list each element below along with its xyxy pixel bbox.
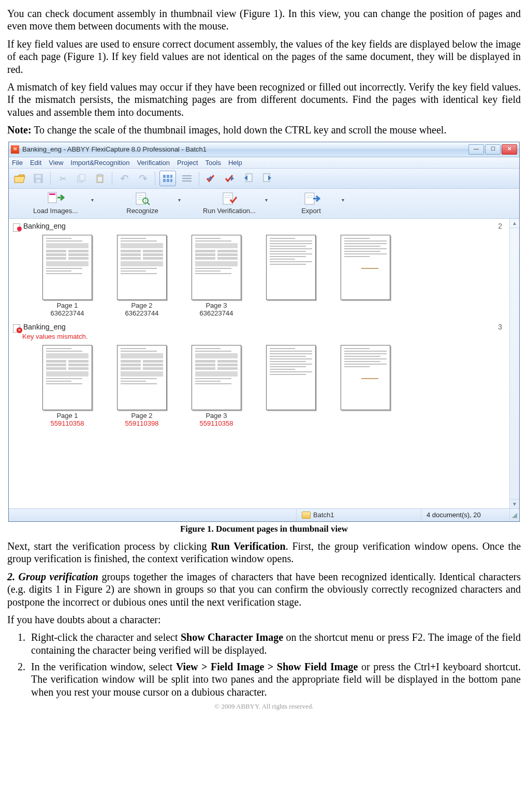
open-icon[interactable] xyxy=(12,171,27,186)
run-verification-button[interactable]: Run Verification... ▾ xyxy=(186,190,273,216)
thumbnail-row: Page 1559110358 Page 2559110398 Page 355… xyxy=(9,342,509,432)
paste-icon[interactable] xyxy=(92,171,108,186)
dropdown-icon[interactable]: ▾ xyxy=(265,197,268,203)
menu-tools[interactable]: Tools xyxy=(206,159,221,167)
page-key-mismatch: 559110398 xyxy=(125,420,158,428)
app-icon: ≋ xyxy=(11,145,19,154)
svg-rect-2 xyxy=(36,179,40,183)
toolbar-big: Load Images... ▾ Recognize ▾ Run Verific… xyxy=(9,189,519,219)
page-label: Page 1 xyxy=(56,302,78,309)
list-item: In the verification window, select View … xyxy=(28,660,521,698)
recognize-button[interactable]: Recognize ▾ xyxy=(99,190,186,216)
minimize-button[interactable]: — xyxy=(468,144,484,155)
thumbnail-row: Page 1636223744 Page 2636223744 Page 363… xyxy=(9,232,509,322)
status-count: 4 document(s), 20 xyxy=(421,509,510,521)
check-next-icon[interactable] xyxy=(222,171,238,186)
cut-icon[interactable]: ✂ xyxy=(55,171,70,186)
page-thumbnail[interactable] xyxy=(337,235,394,318)
page-label: Page 2 xyxy=(131,302,152,309)
group-verification-label: 2. Group verification xyxy=(7,571,98,582)
view-field-image-bold: View > Field Image > Show Field Image xyxy=(176,661,358,672)
page-label: Page 2 xyxy=(131,412,152,419)
menubar: File Edit View Import&Recognition Verifi… xyxy=(9,157,519,169)
thumbnail-view-icon[interactable] xyxy=(159,171,176,186)
load-images-button[interactable]: Load Images... ▾ xyxy=(12,190,99,216)
close-button[interactable]: ✕ xyxy=(502,144,517,155)
document-area: Banking_eng 2 Page 1636223744 Page 26362… xyxy=(9,219,519,508)
toolbar: ✂ ↶ ↷ xyxy=(9,169,519,189)
menu-verification[interactable]: Verification xyxy=(137,159,170,167)
document-icon xyxy=(13,222,20,231)
page-thumbnail[interactable]: Page 1559110358 xyxy=(39,345,96,428)
dropdown-icon[interactable]: ▾ xyxy=(91,197,94,203)
paragraph: You can check document assembly in thumb… xyxy=(7,7,521,33)
resize-grip-icon[interactable]: ◢ xyxy=(510,511,519,519)
menu-project[interactable]: Project xyxy=(177,159,198,167)
svg-rect-11 xyxy=(163,179,166,182)
undo-icon[interactable]: ↶ xyxy=(116,171,132,186)
mismatch-warning: Key values mismatch. xyxy=(9,333,509,342)
dropdown-icon[interactable]: ▾ xyxy=(178,197,181,203)
scroll-down-icon[interactable]: ▼ xyxy=(510,499,519,508)
scrollbar[interactable]: ▲ ▼ xyxy=(509,219,519,508)
maximize-button[interactable]: ☐ xyxy=(485,144,501,155)
menu-file[interactable]: File xyxy=(12,159,23,167)
footer: © 2009 ABBYY. All rights reserved. xyxy=(7,702,521,711)
document-header[interactable]: Banking_eng 2 xyxy=(9,221,509,232)
screenshot-window: ≋ Banking_eng - ABBYY FlexiCapture 8.0 P… xyxy=(8,142,520,522)
scroll-up-icon[interactable]: ▲ xyxy=(510,219,519,228)
svg-rect-13 xyxy=(170,179,172,182)
load-images-label: Load Images... xyxy=(33,207,78,215)
page-key-mismatch: 559110358 xyxy=(199,420,233,428)
page-thumbnail[interactable] xyxy=(337,345,394,428)
titlebar: ≋ Banking_eng - ABBYY FlexiCapture 8.0 P… xyxy=(9,142,519,157)
show-character-image-bold: Show Character Image xyxy=(181,631,283,643)
svg-rect-7 xyxy=(98,177,102,182)
export-button[interactable]: Export ▾ xyxy=(273,190,349,216)
check-prev-icon[interactable] xyxy=(203,171,219,186)
dropdown-icon[interactable]: ▾ xyxy=(342,197,344,203)
svg-rect-15 xyxy=(182,178,192,179)
save-icon[interactable] xyxy=(31,171,46,186)
page-thumbnail[interactable]: Page 1636223744 xyxy=(39,235,96,318)
svg-rect-30 xyxy=(305,193,314,204)
svg-rect-16 xyxy=(182,181,192,182)
svg-line-26 xyxy=(148,203,150,205)
page-thumbnail[interactable] xyxy=(262,235,319,318)
copy-icon[interactable] xyxy=(74,171,89,186)
doc-prev-icon[interactable] xyxy=(241,171,256,186)
page-key: 636223744 xyxy=(125,310,158,318)
menu-help[interactable]: Help xyxy=(228,159,242,167)
note-label: Note: xyxy=(7,124,32,136)
page-label: Page 1 xyxy=(56,412,78,419)
statusbar: Batch1 4 document(s), 20 ◢ xyxy=(9,508,519,521)
document-header[interactable]: Banking_eng 3 xyxy=(9,322,509,333)
document-name: Banking_eng xyxy=(23,323,66,332)
page-thumbnail[interactable]: Page 3636223744 xyxy=(188,235,245,318)
note-text: To change the scale of the thumbnail ima… xyxy=(32,124,447,136)
export-label: Export xyxy=(301,207,321,215)
status-batch: Batch1 xyxy=(297,509,421,521)
menu-view[interactable]: View xyxy=(49,159,63,167)
redo-icon[interactable]: ↷ xyxy=(135,171,151,186)
svg-rect-14 xyxy=(182,175,192,176)
page-thumbnail[interactable]: Page 2636223744 xyxy=(113,235,170,318)
page-thumbnail[interactable]: Page 3559110358 xyxy=(188,345,245,428)
svg-rect-8 xyxy=(163,175,166,178)
svg-rect-12 xyxy=(167,179,169,182)
run-verification-bold: Run Verification xyxy=(211,540,285,552)
paragraph: Next, start the verification process by … xyxy=(7,540,521,565)
svg-rect-4 xyxy=(80,174,85,181)
svg-rect-10 xyxy=(170,175,172,178)
doc-next-icon[interactable] xyxy=(259,171,275,186)
list-view-icon[interactable] xyxy=(179,171,195,186)
svg-rect-20 xyxy=(49,193,55,195)
page-label: Page 3 xyxy=(206,302,227,309)
figure-caption: Figure 1. Document pages in thumbnail vi… xyxy=(7,524,521,535)
paragraph: If you have doubts about a character: xyxy=(7,613,521,626)
page-thumbnail[interactable]: Page 2559110398 xyxy=(113,345,170,428)
page-thumbnail[interactable] xyxy=(262,345,319,428)
menu-import-recognition[interactable]: Import&Recognition xyxy=(70,159,129,167)
svg-rect-6 xyxy=(98,174,101,176)
menu-edit[interactable]: Edit xyxy=(30,159,41,167)
